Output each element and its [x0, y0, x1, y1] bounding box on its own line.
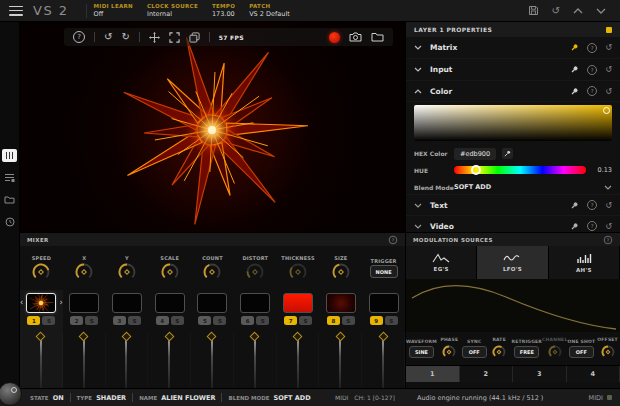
master-knob[interactable] — [0, 382, 22, 406]
patch-field[interactable]: PATCH VS 2 Default — [249, 3, 290, 18]
render-canvas[interactable]: 57 FPS — [20, 22, 405, 232]
clock-source-field[interactable]: CLOCK SOURCE Internal — [147, 3, 198, 18]
lfo-waveform-display[interactable] — [406, 279, 620, 332]
chevron-down-icon[interactable] — [414, 203, 422, 208]
count-knob[interactable] — [202, 262, 222, 282]
layer-select-button[interactable]: 2 — [70, 316, 83, 325]
help-icon[interactable] — [587, 65, 597, 75]
reset-icon[interactable] — [605, 201, 612, 210]
record-button[interactable] — [329, 32, 340, 43]
help-icon[interactable] — [73, 31, 85, 43]
thickness-knob[interactable] — [288, 262, 308, 282]
pin-icon[interactable] — [570, 87, 579, 96]
name-field[interactable]: NAME ALIEN FLOWER — [139, 394, 215, 402]
speed-knob[interactable] — [31, 262, 51, 282]
layer-select-button[interactable]: 7 — [284, 316, 297, 325]
undo-icon[interactable] — [104, 32, 112, 42]
move-icon[interactable] — [149, 32, 160, 43]
folder-icon[interactable] — [371, 32, 384, 42]
layer-thumbnail[interactable] — [197, 293, 227, 313]
help-icon[interactable] — [587, 43, 597, 53]
scale-knob[interactable] — [160, 262, 180, 282]
channel-knob[interactable] — [547, 344, 563, 360]
layer-solo-button[interactable]: S — [256, 316, 269, 325]
pin-icon[interactable] — [570, 222, 579, 231]
size-knob[interactable] — [331, 262, 351, 282]
layer-thumbnail[interactable] — [69, 293, 99, 313]
blend-mode-field[interactable]: BLEND MODE SOFT ADD — [228, 394, 310, 402]
section-input[interactable]: Input — [406, 59, 620, 81]
lfo-slot-4[interactable]: 4 — [567, 366, 620, 382]
section-color[interactable]: Color — [406, 81, 620, 102]
layer-thumbnail[interactable] — [369, 293, 399, 313]
layer-thumbnail[interactable] — [112, 293, 142, 313]
layer-solo-button[interactable]: S — [342, 316, 355, 325]
saturation-brightness-picker[interactable] — [414, 105, 612, 141]
section-matrix[interactable]: Matrix — [406, 37, 620, 59]
tab-egs[interactable]: EG'S — [406, 246, 477, 279]
layer-solo-button[interactable]: S — [385, 316, 398, 325]
layer-solo-button[interactable]: S — [299, 316, 312, 325]
revert-icon[interactable] — [552, 6, 560, 16]
help-icon[interactable] — [587, 221, 597, 231]
chevron-up-icon[interactable] — [573, 8, 583, 14]
layer-solo-button[interactable]: S — [42, 316, 55, 325]
layer-select-button[interactable]: 3 — [113, 316, 126, 325]
chevron-up-icon[interactable] — [414, 89, 422, 94]
lfo-slot-3[interactable]: 3 — [513, 366, 567, 382]
phase-knob[interactable] — [441, 344, 457, 360]
layer-select-button[interactable]: 9 — [370, 316, 383, 325]
layer-solo-button[interactable]: S — [85, 316, 98, 325]
sync-toggle[interactable]: OFF — [462, 346, 487, 358]
layer-select-button[interactable]: 1 — [27, 316, 40, 325]
help-icon[interactable] — [587, 86, 597, 96]
help-icon[interactable] — [587, 200, 597, 210]
layer-thumbnail[interactable] — [155, 293, 185, 313]
layers-tab-icon[interactable] — [2, 171, 17, 184]
pin-icon[interactable] — [570, 65, 579, 74]
save-icon[interactable] — [528, 5, 539, 16]
files-tab-icon[interactable] — [2, 193, 17, 206]
section-text[interactable]: Text — [406, 195, 620, 216]
layer-select-button[interactable]: 5 — [198, 316, 211, 325]
distort-knob[interactable] — [245, 262, 265, 282]
x-knob[interactable] — [74, 262, 94, 282]
type-field[interactable]: TYPE SHADER — [77, 394, 127, 402]
help-icon[interactable] — [389, 235, 398, 244]
tab-ahs[interactable]: AH'S — [549, 246, 620, 279]
layer-select-button[interactable]: 6 — [241, 316, 254, 325]
chevron-down-icon[interactable] — [414, 45, 422, 50]
retrigger-select[interactable]: FREE — [514, 346, 539, 358]
chevron-down-icon[interactable] — [414, 224, 422, 229]
pin-icon[interactable] — [570, 201, 579, 210]
eyedropper-icon[interactable] — [502, 148, 513, 159]
state-field[interactable]: STATE ON — [30, 394, 64, 402]
y-knob[interactable] — [117, 262, 137, 282]
camera-icon[interactable] — [349, 32, 362, 42]
layer-solo-button[interactable]: S — [213, 316, 226, 325]
lfo-slot-1[interactable]: 1 — [406, 366, 460, 382]
blend-mode-dropdown[interactable]: Blend Mode SOFT ADD — [414, 180, 612, 194]
picker-cursor[interactable] — [603, 107, 610, 114]
layer-select-button[interactable]: 4 — [156, 316, 169, 325]
layer-solo-button[interactable]: S — [128, 316, 141, 325]
reset-icon[interactable] — [605, 43, 612, 52]
midi-learn-field[interactable]: MIDI LEARN Off — [94, 3, 133, 18]
reset-icon[interactable] — [605, 87, 612, 96]
waveform-select[interactable]: SINE — [409, 346, 434, 358]
offset-knob[interactable] — [600, 344, 616, 360]
hex-color-input[interactable]: #edb900 — [454, 148, 496, 160]
trigger-select[interactable]: NONE — [370, 265, 398, 278]
reset-icon[interactable] — [605, 65, 612, 74]
hue-slider[interactable] — [454, 166, 586, 174]
layer-thumbnail[interactable] — [240, 293, 270, 313]
hue-cursor[interactable] — [471, 165, 481, 175]
one-shot-toggle[interactable]: OFF — [569, 346, 594, 358]
layer-thumbnail[interactable] — [26, 293, 56, 313]
chevron-down-icon[interactable] — [596, 8, 606, 14]
layer-thumbnail[interactable] — [326, 293, 356, 313]
duplicate-icon[interactable] — [189, 32, 200, 43]
mixer-tab-icon[interactable] — [2, 149, 17, 162]
layer-solo-button[interactable]: S — [171, 316, 184, 325]
help-icon[interactable] — [604, 235, 613, 244]
